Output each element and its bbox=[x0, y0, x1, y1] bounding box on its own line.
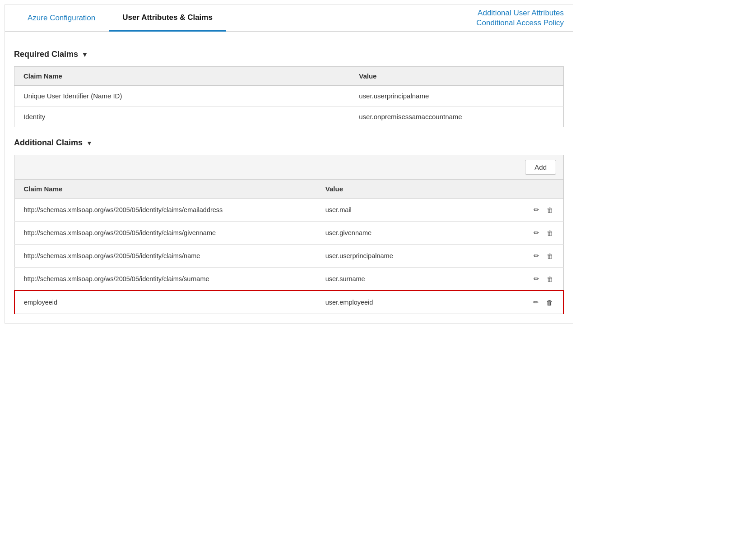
required-value-header: Value bbox=[350, 67, 563, 86]
additional-claim-row: employeeid user.employeeid ✏ 🗑 bbox=[14, 291, 563, 314]
add-claim-button[interactable]: Add bbox=[525, 160, 556, 175]
required-claims-title: Required Claims bbox=[14, 50, 78, 59]
additional-claim-actions-cell: ✏ 🗑 bbox=[508, 199, 563, 222]
additional-claim-value-cell: user.mail bbox=[316, 199, 509, 222]
additional-claim-value-cell: user.userprincipalname bbox=[316, 245, 509, 268]
additional-claims-chevron-icon[interactable]: ▼ bbox=[86, 139, 93, 147]
additional-claims-table: Claim Name Value http://schemas.xmlsoap.… bbox=[14, 179, 564, 314]
delete-claim-button[interactable]: 🗑 bbox=[546, 205, 554, 215]
tab-user-attributes[interactable]: User Attributes & Claims bbox=[109, 5, 226, 32]
tab-right-group: Additional User Attributes Conditional A… bbox=[476, 9, 564, 28]
additional-claim-name-cell: employeeid bbox=[14, 291, 316, 314]
edit-claim-button[interactable]: ✏ bbox=[533, 274, 540, 284]
delete-claim-button[interactable]: 🗑 bbox=[545, 298, 554, 307]
additional-value-header: Value bbox=[316, 180, 509, 199]
additional-claims-header[interactable]: Additional Claims ▼ bbox=[14, 138, 564, 148]
required-claims-header-row: Claim Name Value bbox=[14, 67, 564, 86]
edit-claim-button[interactable]: ✏ bbox=[532, 297, 540, 307]
delete-claim-button[interactable]: 🗑 bbox=[546, 251, 554, 261]
additional-actions-header bbox=[508, 180, 563, 199]
edit-claim-button[interactable]: ✏ bbox=[533, 228, 540, 238]
delete-claim-button[interactable]: 🗑 bbox=[546, 228, 554, 238]
required-claim-name-header: Claim Name bbox=[14, 67, 350, 86]
tab-bar: Azure Configuration User Attributes & Cl… bbox=[5, 5, 573, 32]
tab-conditional-access[interactable]: Conditional Access Policy bbox=[476, 19, 564, 28]
required-claim-value-cell: user.onpremisessamaccountname bbox=[350, 106, 563, 127]
additional-claim-value-cell: user.givenname bbox=[316, 222, 509, 245]
main-content: Required Claims ▼ Claim Name Value Uniqu… bbox=[5, 32, 573, 323]
required-claims-header[interactable]: Required Claims ▼ bbox=[14, 50, 564, 59]
tab-azure-config[interactable]: Azure Configuration bbox=[14, 5, 109, 31]
additional-claim-row: http://schemas.xmlsoap.org/ws/2005/05/id… bbox=[14, 222, 563, 245]
required-claim-name-cell: Identity bbox=[14, 106, 350, 127]
required-claim-row: Unique User Identifier (Name ID) user.us… bbox=[14, 86, 564, 106]
additional-claim-value-cell: user.employeeid bbox=[316, 291, 509, 314]
required-claims-chevron-icon[interactable]: ▼ bbox=[82, 51, 88, 58]
additional-claim-row: http://schemas.xmlsoap.org/ws/2005/05/id… bbox=[14, 199, 563, 222]
required-claim-row: Identity user.onpremisessamaccountname bbox=[14, 106, 564, 127]
additional-claims-title: Additional Claims bbox=[14, 138, 83, 148]
additional-claim-name-header: Claim Name bbox=[14, 180, 316, 199]
required-claim-value-cell: user.userprincipalname bbox=[350, 86, 563, 106]
additional-claim-name-cell: http://schemas.xmlsoap.org/ws/2005/05/id… bbox=[14, 245, 316, 268]
delete-claim-button[interactable]: 🗑 bbox=[546, 274, 554, 284]
additional-claims-toolbar: Add bbox=[14, 155, 564, 179]
additional-claim-row: http://schemas.xmlsoap.org/ws/2005/05/id… bbox=[14, 245, 563, 268]
additional-claim-name-cell: http://schemas.xmlsoap.org/ws/2005/05/id… bbox=[14, 199, 316, 222]
additional-claim-name-cell: http://schemas.xmlsoap.org/ws/2005/05/id… bbox=[14, 268, 316, 291]
additional-claim-actions-cell: ✏ 🗑 bbox=[508, 268, 563, 291]
edit-claim-button[interactable]: ✏ bbox=[533, 251, 540, 261]
edit-claim-button[interactable]: ✏ bbox=[533, 205, 540, 215]
additional-claim-actions-cell: ✏ 🗑 bbox=[508, 222, 563, 245]
additional-claim-name-cell: http://schemas.xmlsoap.org/ws/2005/05/id… bbox=[14, 222, 316, 245]
additional-claim-actions-cell: ✏ 🗑 bbox=[508, 245, 563, 268]
additional-claim-actions-cell: ✏ 🗑 bbox=[508, 291, 563, 314]
additional-claim-row: http://schemas.xmlsoap.org/ws/2005/05/id… bbox=[14, 268, 563, 291]
tab-additional-user-attributes[interactable]: Additional User Attributes bbox=[478, 9, 564, 18]
required-claim-name-cell: Unique User Identifier (Name ID) bbox=[14, 86, 350, 106]
additional-claims-header-row: Claim Name Value bbox=[14, 180, 563, 199]
required-claims-table: Claim Name Value Unique User Identifier … bbox=[14, 66, 564, 127]
additional-claim-value-cell: user.surname bbox=[316, 268, 509, 291]
